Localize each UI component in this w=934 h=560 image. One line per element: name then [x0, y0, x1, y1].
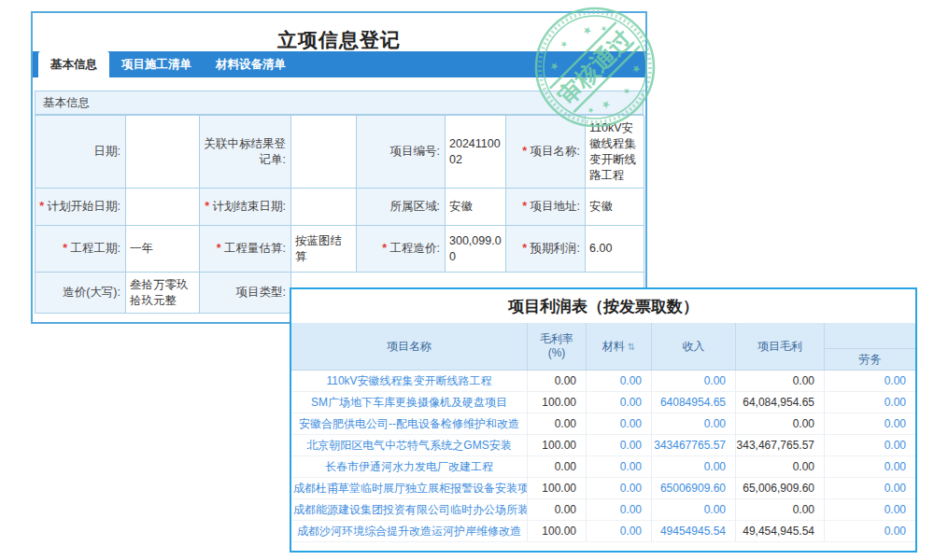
field-value-project-duration[interactable]: 一年: [126, 226, 200, 273]
registration-form: 日期: 关联中标结果登记单: 项目编号: 2024110002 项目名称: 11…: [35, 115, 644, 314]
project-name-link[interactable]: 110kV安徽线程集变开断线路工程: [291, 371, 528, 391]
form-row: 计划开始日期: 计划结束日期: 所属区域: 安徽 项目地址: 安徽: [35, 189, 644, 226]
income-cell: 0.00: [652, 413, 736, 434]
profit-table-header: 项目名称 毛利率 (%) 材料 ⇅ 收入 项目毛利: [291, 323, 915, 371]
income-cell: 64084954.65: [652, 392, 736, 413]
field-label-project-duration: 工程工期:: [35, 226, 126, 273]
project-name-link[interactable]: 安徽合肥供电公司--配电设备检修维护和改造: [291, 413, 528, 434]
form-row: 工程工期: 一年 工程量估算: 按蓝图结算 工程造价: 300,099.00 预…: [35, 226, 644, 273]
form-row: 日期: 关联中标结果登记单: 项目编号: 2024110002 项目名称: 11…: [35, 116, 644, 189]
col-header-labor: 劳务: [825, 349, 915, 370]
gross-margin-cell: 100.00: [528, 478, 587, 498]
project-profit-panel: 项目利润表（按发票取数） 项目名称 毛利率 (%) 材料 ⇅ 收入 项目: [290, 287, 917, 553]
field-value-region[interactable]: 安徽: [446, 189, 506, 226]
gross-profit-cell: 343,467,765.57: [736, 435, 825, 455]
project-name-link[interactable]: 成都沙河环境综合提升改造运河护岸维修改造: [291, 521, 528, 541]
field-value-project-name[interactable]: 110kV安徽线程集变开断线路工程: [586, 116, 644, 189]
tab-construction-list[interactable]: 项目施工清单: [109, 51, 204, 77]
page-title: 立项信息登记: [33, 13, 645, 51]
tab-material-equipment-list[interactable]: 材料设备清单: [204, 51, 298, 77]
col-header-gross-margin: 毛利率 (%): [528, 323, 587, 370]
material-cell: 0.00: [587, 521, 652, 541]
field-label-plan-start-date: 计划开始日期:: [35, 189, 126, 226]
material-cell: 0.00: [587, 478, 652, 498]
col-header-income: 收入: [652, 323, 736, 370]
table-row: 北京朝阳区电气中芯特气系统之GMS安装 100.00 0.00 34346776…: [291, 435, 915, 456]
col-header-empty: [825, 323, 915, 349]
screen: 立项信息登记 基本信息 项目施工清单 材料设备清单 基本信息 日期: 关联中标结…: [0, 0, 934, 560]
labor-cell: 0.00: [825, 456, 915, 477]
col-header-labor-group: 劳务: [825, 323, 915, 370]
labor-cell: 0.00: [825, 435, 915, 455]
field-value-plan-end-date[interactable]: [291, 189, 357, 226]
project-name-link[interactable]: SM广场地下车库更换摄像机及硬盘项目: [291, 392, 528, 413]
income-cell: 0.00: [652, 499, 736, 520]
field-value-date[interactable]: [126, 116, 200, 189]
field-value-expected-profit[interactable]: 6.00: [586, 226, 644, 273]
project-name-link[interactable]: 北京朝阳区电气中芯特气系统之GMS安装: [291, 435, 528, 455]
material-cell: 0.00: [587, 456, 652, 477]
field-value-plan-start-date[interactable]: [126, 189, 200, 226]
field-value-cost-in-words[interactable]: 叁拾万零玖拾玖元整: [126, 273, 200, 314]
col-header-project-name: 项目名称: [291, 323, 528, 370]
sort-icon[interactable]: ⇅: [628, 340, 635, 354]
gross-profit-cell: 0.00: [736, 413, 825, 434]
table-row: 长春市伊通河水力发电厂改建工程 0.00 0.00 0.00 0.00 0.00: [291, 456, 915, 478]
field-value-project-no[interactable]: 2024110002: [446, 116, 506, 189]
labor-cell: 0.00: [825, 499, 915, 520]
field-label-project-name: 项目名称:: [506, 116, 586, 189]
income-cell: 49454945.54: [652, 521, 736, 541]
income-cell: 0.00: [652, 371, 736, 391]
field-label-project-address: 项目地址:: [506, 189, 586, 226]
table-row: SM广场地下车库更换摄像机及硬盘项目 100.00 0.00 64084954.…: [291, 392, 915, 413]
project-registration-panel: 立项信息登记 基本信息 项目施工清单 材料设备清单 基本信息 日期: 关联中标结…: [31, 11, 647, 324]
labor-cell: 0.00: [825, 371, 915, 391]
gross-margin-cell: 0.00: [528, 456, 587, 477]
gross-margin-cell: 100.00: [528, 521, 587, 541]
table-row: 成都能源建设集团投资有限公司临时办公场所装修改 0.00 0.00 0.00 0…: [291, 499, 915, 521]
field-label-date: 日期:: [35, 116, 126, 189]
tab-basic-info[interactable]: 基本信息: [38, 51, 109, 77]
tab-bar: 基本信息 项目施工清单 材料设备清单: [33, 51, 645, 77]
field-label-project-type: 项目类型:: [200, 273, 291, 314]
field-value-project-address[interactable]: 安徽: [586, 189, 644, 226]
table-row: 成都沙河环境综合提升改造运河护岸维修改造 100.00 0.00 4945494…: [291, 521, 915, 542]
labor-cell: 0.00: [825, 478, 915, 498]
gross-margin-cell: 0.00: [528, 413, 587, 434]
section-header-basic-info: 基本信息: [35, 91, 644, 115]
field-value-project-cost[interactable]: 300,099.00: [446, 226, 506, 273]
labor-cell: 0.00: [825, 521, 915, 541]
field-label-quantity-estimate: 工程量估算:: [200, 226, 291, 273]
gross-margin-cell: 100.00: [528, 392, 587, 413]
gross-profit-cell: 65,006,909.60: [736, 478, 825, 498]
gross-profit-cell: 64,084,954.65: [736, 392, 825, 413]
field-value-related-bid-result[interactable]: [291, 116, 357, 189]
project-name-link[interactable]: 长春市伊通河水力发电厂改建工程: [291, 456, 528, 477]
field-value-quantity-estimate[interactable]: 按蓝图结算: [291, 226, 357, 273]
table-row: 成都杜甫草堂临时展厅独立展柜报警设备安装项目 100.00 0.00 65006…: [291, 478, 915, 499]
material-cell: 0.00: [587, 435, 652, 455]
profit-table: 项目名称 毛利率 (%) 材料 ⇅ 收入 项目毛利: [291, 323, 915, 542]
income-cell: 0.00: [652, 456, 736, 477]
project-name-link[interactable]: 成都杜甫草堂临时展厅独立展柜报警设备安装项目: [291, 478, 528, 498]
gross-profit-cell: 0.00: [736, 371, 825, 391]
table-row: 安徽合肥供电公司--配电设备检修维护和改造 0.00 0.00 0.00 0.0…: [291, 413, 915, 435]
field-label-related-bid-result: 关联中标结果登记单:: [200, 116, 291, 189]
profit-table-title: 项目利润表（按发票取数）: [291, 289, 915, 323]
material-cell: 0.00: [587, 413, 652, 434]
field-label-region: 所属区域:: [357, 189, 446, 226]
gross-profit-cell: 0.00: [736, 456, 825, 477]
gross-margin-cell: 0.00: [528, 371, 587, 391]
labor-cell: 0.00: [825, 413, 915, 434]
field-label-project-no: 项目编号:: [357, 116, 446, 189]
project-name-link[interactable]: 成都能源建设集团投资有限公司临时办公场所装修改: [291, 499, 528, 520]
income-cell: 65006909.60: [652, 478, 736, 498]
gross-margin-cell: 0.00: [528, 499, 587, 520]
field-label-plan-end-date: 计划结束日期:: [200, 189, 291, 226]
income-cell: 343467765.57: [652, 435, 736, 455]
field-label-expected-profit: 预期利润:: [506, 226, 586, 273]
col-header-gross-profit: 项目毛利: [736, 323, 825, 370]
col-header-material[interactable]: 材料 ⇅: [587, 323, 652, 370]
gross-profit-cell: 49,454,945.54: [736, 521, 825, 541]
gross-margin-cell: 100.00: [528, 435, 587, 455]
